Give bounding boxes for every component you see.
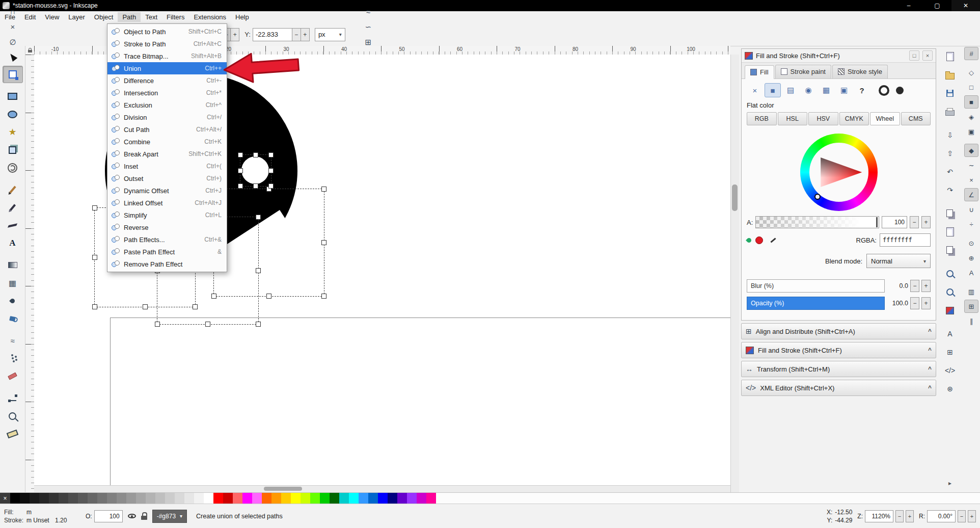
vertical-scrollbar-thumb[interactable]: [732, 184, 738, 211]
more-commands-icon[interactable]: ▸: [948, 480, 951, 487]
palette-swatch[interactable]: [291, 493, 301, 504]
menu-item-division[interactable]: DivisionCtrl+/: [107, 111, 227, 123]
eraser-tool[interactable]: [3, 367, 23, 385]
redo-button[interactable]: ↷: [942, 182, 958, 198]
palette-swatch[interactable]: [146, 493, 155, 504]
opacity-slider[interactable]: Opacity (%): [747, 297, 885, 310]
dock-header-xml-editor[interactable]: </>XML Editor (Shift+Ctrl+X)^: [741, 380, 936, 396]
palette-swatch[interactable]: [155, 493, 165, 504]
palette-swatch[interactable]: [204, 493, 213, 504]
zoom-to-drawing-button[interactable]: [942, 266, 958, 282]
snap-guides-button[interactable]: ∥: [964, 314, 978, 328]
snap-edge-midpoints-button[interactable]: ◈: [964, 110, 978, 123]
palette-swatch[interactable]: [223, 493, 233, 504]
selection-handle[interactable]: [155, 322, 160, 327]
palette-swatch[interactable]: [59, 493, 68, 504]
blur-increment-button[interactable]: +: [921, 280, 931, 292]
alpha-decrement-button[interactable]: −: [910, 216, 919, 228]
pencil-tool[interactable]: [3, 181, 23, 198]
y-increment-button[interactable]: +: [301, 28, 310, 41]
palette-swatch[interactable]: [97, 493, 107, 504]
zoom-tool[interactable]: [3, 407, 23, 425]
palette-swatch[interactable]: [242, 493, 252, 504]
selection-handle[interactable]: [321, 240, 326, 245]
text-tool[interactable]: A: [3, 234, 23, 252]
pen-tool[interactable]: [3, 199, 23, 216]
palette-swatch[interactable]: [117, 493, 126, 504]
align-dialog-button[interactable]: ⊞: [942, 344, 958, 360]
menu-text[interactable]: Text: [141, 12, 162, 22]
unit-dropdown[interactable]: px ▾: [315, 28, 345, 41]
menu-item-dynamic-offset[interactable]: Dynamic OffsetCtrl+J: [107, 184, 227, 197]
zoom-to-page-button[interactable]: [942, 284, 958, 300]
palette-swatch[interactable]: [39, 493, 49, 504]
text-dialog-button[interactable]: A: [942, 326, 958, 342]
snap-text-baselines-button[interactable]: A: [964, 266, 978, 279]
color-mode-rgb[interactable]: RGB: [747, 112, 777, 125]
calligraphy-tool[interactable]: [3, 217, 23, 234]
palette-swatch[interactable]: [339, 493, 349, 504]
pattern-button[interactable]: ▦: [818, 83, 834, 97]
fill-rule-evenodd-icon[interactable]: [879, 85, 889, 96]
new-document-button[interactable]: [942, 48, 958, 65]
dock-header-align-and-distribute[interactable]: ⊞Align and Distribute (Shift+Ctrl+A)^: [741, 323, 936, 339]
tab-stroke-paint[interactable]: Stroke paint: [775, 65, 831, 78]
palette-swatch[interactable]: [301, 493, 310, 504]
selection-handle[interactable]: [211, 294, 216, 299]
selection-handle[interactable]: [256, 322, 261, 327]
palette-swatch[interactable]: [252, 493, 262, 504]
snap-page-border-button[interactable]: ▥: [964, 285, 978, 298]
menu-object[interactable]: Object: [90, 12, 118, 22]
palette-swatch[interactable]: [388, 493, 397, 504]
palette-swatch[interactable]: [397, 493, 407, 504]
selection-handle[interactable]: [238, 152, 243, 157]
y-decrement-button[interactable]: −: [292, 28, 301, 41]
selection-handle[interactable]: [92, 205, 97, 210]
palette-swatch[interactable]: [281, 493, 291, 504]
opacity-increment-button[interactable]: +: [921, 297, 931, 309]
menu-help[interactable]: Help: [231, 12, 254, 22]
palette-swatch[interactable]: [107, 493, 117, 504]
color-mode-cms[interactable]: CMS: [901, 112, 931, 125]
snap-grid-button[interactable]: ⊞: [964, 300, 978, 313]
palette-swatch[interactable]: [49, 493, 59, 504]
linear-gradient-button[interactable]: ▤: [782, 83, 799, 97]
selection-handle[interactable]: [321, 187, 326, 192]
palette-swatch[interactable]: [136, 493, 146, 504]
selection-handle[interactable]: [92, 255, 97, 260]
palette-none-swatch[interactable]: ×: [0, 493, 10, 504]
blur-value[interactable]: 0.0: [887, 282, 908, 289]
selection-handle[interactable]: [266, 294, 271, 299]
menu-item-break-apart[interactable]: Break ApartShift+Ctrl+K: [107, 148, 227, 160]
selection-handle[interactable]: [238, 183, 243, 189]
pick-color-icon[interactable]: [770, 237, 776, 243]
unknown-paint-button[interactable]: ?: [854, 83, 870, 97]
alpha-value[interactable]: 100: [882, 216, 907, 228]
menu-item-combine[interactable]: CombineCtrl+K: [107, 136, 227, 148]
menu-item-stroke-to-path[interactable]: Stroke to PathCtrl+Alt+C: [107, 38, 227, 50]
tab-fill[interactable]: Fill: [745, 65, 774, 79]
blend-mode-dropdown[interactable]: Normal ▾: [866, 254, 931, 268]
xml-editor-dialog-button[interactable]: </>: [942, 362, 958, 379]
palette-swatch[interactable]: [330, 493, 339, 504]
snap-line-midpoints-button[interactable]: ÷: [964, 218, 978, 231]
close-panel-button[interactable]: ×: [922, 50, 933, 61]
menu-item-union[interactable]: UnionCtrl++: [107, 62, 227, 74]
menu-item-reverse[interactable]: Reverse: [107, 221, 227, 233]
palette-swatch[interactable]: [78, 493, 88, 504]
selection-handle[interactable]: [268, 152, 274, 157]
rotation-cw-button[interactable]: +: [968, 510, 976, 522]
paste-button[interactable]: [942, 224, 958, 240]
break-nodes-icon[interactable]: ∩: [5, 4, 20, 19]
palette-swatch[interactable]: [20, 493, 30, 504]
palette-swatch[interactable]: [194, 493, 204, 504]
dock-header-transform[interactable]: ↔Transform (Shift+Ctrl+M)^: [741, 361, 936, 377]
snap-bbox-centers-button[interactable]: ▣: [964, 125, 978, 138]
rgba-input[interactable]: ffffffff: [880, 233, 931, 247]
vertical-ruler[interactable]: [25, 55, 35, 492]
rectangle-tool[interactable]: [3, 88, 23, 105]
alpha-slider[interactable]: [755, 216, 879, 228]
object-to-path-icon[interactable]: ∼: [361, 0, 376, 4]
menu-item-exclusion[interactable]: ExclusionCtrl+^: [107, 99, 227, 111]
opacity-decrement-button[interactable]: −: [910, 297, 919, 309]
